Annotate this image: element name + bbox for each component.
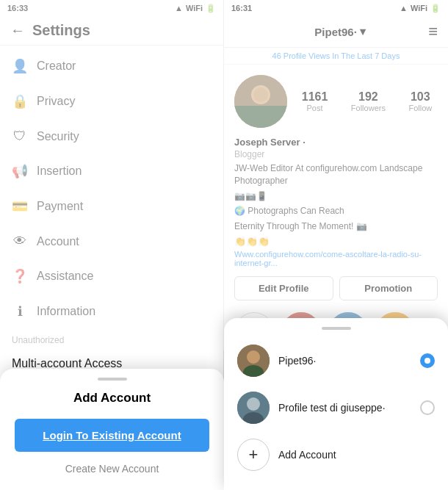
svg-rect-4 [234, 106, 287, 128]
time-left: 16:33 [7, 4, 28, 12]
battery-icon: 🔋 [206, 4, 216, 13]
username-dropdown[interactable]: Pipet96· ▾ [314, 25, 366, 38]
account-avatar-pipet [237, 345, 270, 377]
menu-item-payment[interactable]: 💳 Payment [0, 189, 223, 224]
stat-followers: 192 Followers [351, 90, 386, 112]
profile-views-banner: 46 Profile Views In The Last 7 Days [224, 48, 448, 65]
assistance-icon: ❓ [12, 268, 28, 284]
account-avatar-profile2 [237, 392, 270, 424]
svg-point-3 [253, 87, 268, 102]
account-item-profile2[interactable]: Profile test di giuseppe· [224, 384, 448, 431]
profile-bio4: Eternity Through The Moment! 📷 [224, 219, 448, 234]
account-name-pipet: Pipet96· [278, 355, 411, 367]
left-panel: 16:33 ▲ WiFi 🔋 ← Settings 👤 Creator 🔒 Pr… [0, 0, 224, 490]
payment-label: Payment [37, 200, 83, 213]
followers-count: 192 [358, 90, 378, 104]
posts-label: Post [307, 104, 323, 112]
account-label: Account [37, 235, 79, 248]
creator-label: Creator [37, 60, 76, 73]
profile-bio1: JW-Web Editor At configurehow.com Landsc… [224, 161, 448, 189]
status-bar-left: 16:33 ▲ WiFi 🔋 [0, 0, 223, 16]
username-text: Pipet96· [314, 26, 357, 38]
following-label: Follow [408, 104, 432, 112]
svg-point-16 [247, 397, 260, 411]
back-button[interactable]: ← [10, 22, 25, 39]
megaphone-icon: 📢 [12, 163, 28, 179]
menu-item-security[interactable]: 🛡 Security [0, 119, 223, 154]
account-switcher-sheet: Pipet96· Profile test di giuseppe· [224, 318, 448, 490]
avatar-image [234, 75, 287, 128]
profile-link[interactable]: Www.configurehow.com/come-ascoltare-la-r… [224, 248, 448, 273]
add-account-sheet-title: Add Account [15, 391, 209, 406]
create-new-account-button[interactable]: Create New Account [15, 463, 209, 475]
creator-icon: 👤 [12, 58, 28, 74]
promotion-button[interactable]: Promotion [339, 276, 438, 300]
settings-header: ← Settings [0, 16, 223, 46]
stat-following: 103 Follow [408, 90, 432, 112]
account-icon: 👁 [12, 234, 28, 249]
menu-item-assistance[interactable]: ❓ Assistance [0, 259, 223, 294]
info-icon: ℹ [12, 303, 28, 320]
action-buttons: Edit Profile Promotion [224, 273, 448, 308]
menu-item-privacy[interactable]: 🔒 Privacy [0, 84, 223, 119]
privacy-label: Privacy [37, 95, 75, 108]
profile-tag: Blogger [224, 149, 448, 161]
information-label: Information [37, 305, 95, 318]
account-avatar-img-profile2 [237, 392, 270, 424]
lock-icon: 🔒 [12, 93, 28, 109]
account-avatar-img-pipet [237, 345, 270, 377]
profile-section: 1161 Post 192 Followers 103 Follow [224, 65, 448, 134]
followers-label: Followers [351, 104, 386, 112]
account-name-profile2: Profile test di giuseppe· [278, 402, 411, 414]
status-icons-left: ▲ WiFi 🔋 [175, 4, 216, 13]
svg-point-13 [247, 350, 260, 364]
add-account-plus-icon[interactable]: + [237, 439, 270, 471]
assistance-label: Assistance [37, 270, 93, 283]
wifi-icon-right: WiFi [411, 4, 427, 12]
battery-icon-right: 🔋 [430, 4, 441, 13]
dropdown-chevron-icon: ▾ [360, 25, 366, 38]
radio-unselected-profile2[interactable] [420, 400, 435, 415]
menu-item-account[interactable]: 👁 Account [0, 224, 223, 259]
account-item-pipet[interactable]: Pipet96· [224, 337, 448, 384]
menu-item-information[interactable]: ℹ Information [0, 294, 223, 329]
signal-icon: ▲ [175, 4, 183, 12]
insertion-label: Insertion [37, 165, 82, 178]
profile-name: Joseph Server · [224, 134, 448, 149]
sheet-handle-left [98, 378, 127, 381]
radio-selected-pipet[interactable] [420, 353, 435, 368]
stat-posts: 1161 Post [302, 90, 328, 112]
status-icons-right: ▲ WiFi 🔋 [400, 4, 441, 13]
edit-profile-button[interactable]: Edit Profile [234, 276, 333, 300]
posts-count: 1161 [302, 90, 328, 104]
profile-bio2: 📷📷📱 [224, 189, 448, 204]
following-count: 103 [411, 90, 430, 104]
right-header: Pipet96· ▾ ≡ [224, 16, 448, 48]
avatar-large [234, 75, 287, 128]
stats-row: 1161 Post 192 Followers 103 Follow [296, 90, 438, 112]
payment-icon: 💳 [12, 198, 28, 215]
add-account-row[interactable]: + Add Account [224, 431, 448, 478]
settings-title: Settings [32, 22, 90, 39]
profile-emoji: 👏👏👏 [224, 234, 448, 248]
time-right: 16:31 [231, 4, 252, 12]
login-existing-button[interactable]: Login To Existing Account [15, 419, 209, 452]
signal-icon-right: ▲ [400, 4, 408, 12]
wifi-icon: WiFi [186, 4, 203, 12]
menu-item-insertion[interactable]: 📢 Insertion [0, 154, 223, 189]
profile-bio3: 🌍 Photographs Can Reach [224, 203, 448, 219]
security-label: Security [37, 130, 79, 143]
add-account-label: Add Account [278, 449, 336, 461]
right-panel: 16:31 ▲ WiFi 🔋 Pipet96· ▾ ≡ 46 Profile V… [224, 0, 448, 490]
shield-icon: 🛡 [12, 129, 28, 144]
sheet-handle-right [322, 327, 351, 330]
status-bar-right: 16:31 ▲ WiFi 🔋 [224, 0, 448, 16]
unauthorized-label: Unauthorized [0, 329, 223, 348]
menu-item-creator[interactable]: 👤 Creator [0, 48, 223, 84]
add-account-sheet: Add Account Login To Existing Account Cr… [0, 369, 224, 490]
hamburger-menu-icon[interactable]: ≡ [428, 22, 438, 41]
